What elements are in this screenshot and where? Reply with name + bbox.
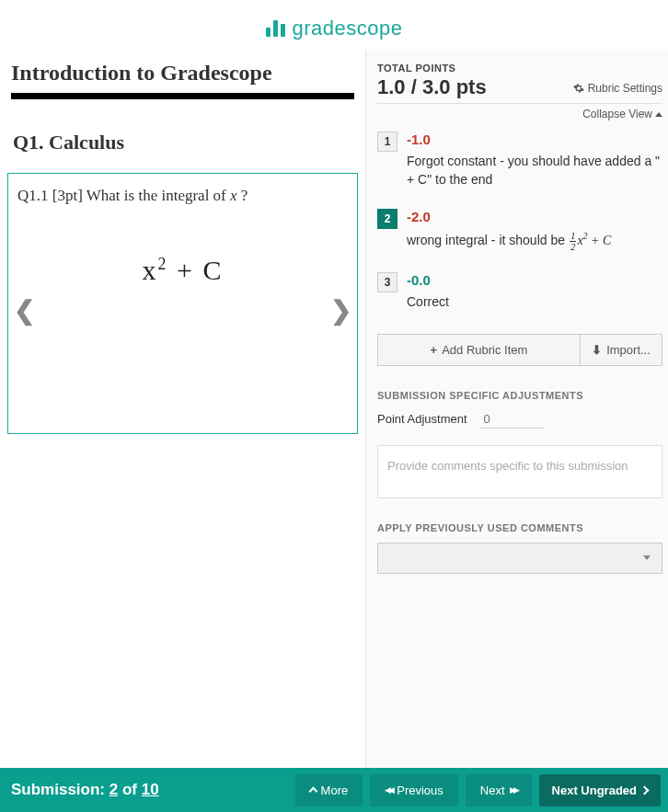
document-title: Introduction to Gradescope — [6, 50, 360, 93]
rubric-item-2[interactable]: 2 -2.0 wrong integral - it should be 12x… — [377, 198, 662, 261]
plus-icon: + — [431, 343, 438, 357]
grading-panel: TOTAL POINTS 1.0 / 3.0 pts Rubric Settin… — [365, 50, 668, 772]
logo-text: gradescope — [293, 17, 403, 40]
collapse-view-button[interactable]: Collapse View — [377, 103, 662, 120]
rubric-key-2[interactable]: 2 — [377, 209, 397, 229]
next-page-icon[interactable]: ❯ — [330, 295, 351, 326]
title-rule — [11, 93, 354, 99]
main-content: Introduction to Gradescope Q1. Calculus … — [0, 50, 668, 772]
import-button[interactable]: ⬇ Import... — [580, 334, 662, 366]
rubric-key-3[interactable]: 3 — [377, 272, 397, 292]
previous-comments-select[interactable] — [377, 543, 662, 574]
logo-bars-icon — [266, 20, 285, 37]
rubric-desc: Correct — [407, 293, 662, 312]
rubric-key-1[interactable]: 1 — [377, 132, 397, 152]
rubric-buttons: + Add Rubric Item ⬇ Import... — [377, 334, 662, 366]
caret-up-icon — [655, 112, 662, 117]
caret-down-icon — [643, 555, 651, 560]
answer-region[interactable]: Q1.1 [3pt] What is the integral of x ? x… — [7, 173, 358, 434]
rubric-points: -1.0 — [407, 132, 662, 147]
submission-counter: Submission: 2 of 10 — [7, 781, 288, 799]
adjustments-heading: SUBMISSION SPECIFIC ADJUSTMENTS — [377, 390, 662, 401]
student-answer: x2 + C — [17, 255, 348, 286]
points-value: 1.0 / 3.0 pts — [377, 75, 487, 99]
rubric-desc: Forgot constant - you should have added … — [407, 153, 662, 189]
chevron-right-icon — [640, 785, 650, 795]
footer-bar: Submission: 2 of 10 More Previous Next N… — [0, 768, 668, 812]
point-adjustment-label: Point Adjustment — [377, 412, 467, 426]
submission-panel: Introduction to Gradescope Q1. Calculus … — [0, 50, 365, 772]
rubric-item-3[interactable]: 3 -0.0 Correct — [377, 261, 662, 321]
app-header: gradescope — [0, 0, 668, 50]
gear-icon — [573, 83, 584, 94]
points-row: 1.0 / 3.0 pts Rubric Settings — [377, 75, 662, 99]
previous-button[interactable]: Previous — [370, 774, 458, 806]
point-adjustment-input[interactable] — [480, 410, 545, 429]
next-button[interactable]: Next — [466, 774, 532, 806]
subquestion-text: Q1.1 [3pt] What is the integral of x ? — [17, 187, 348, 205]
rubric-settings-button[interactable]: Rubric Settings — [573, 82, 662, 95]
rubric-item-1[interactable]: 1 -1.0 Forgot constant - you should have… — [377, 120, 662, 198]
rubric-desc: wrong integral - it should be 12x2 + C — [407, 230, 662, 252]
question-heading: Q1. Calculus — [6, 131, 360, 173]
next-ungraded-button[interactable]: Next Ungraded — [539, 774, 661, 806]
point-adjustment-row: Point Adjustment — [377, 410, 662, 429]
rubric-points: -0.0 — [407, 272, 662, 288]
more-button[interactable]: More — [295, 774, 363, 806]
total-points-label: TOTAL POINTS — [377, 63, 662, 74]
prev-page-icon[interactable]: ❮ — [14, 295, 35, 326]
apply-comments-heading: APPLY PREVIOUSLY USED COMMENTS — [377, 522, 662, 533]
download-icon: ⬇ — [592, 343, 602, 357]
rubric-points: -2.0 — [407, 209, 662, 224]
chevron-up-icon — [308, 787, 317, 796]
comment-input[interactable]: Provide comments specific to this submis… — [377, 445, 662, 498]
add-rubric-item-button[interactable]: + Add Rubric Item — [377, 334, 580, 366]
